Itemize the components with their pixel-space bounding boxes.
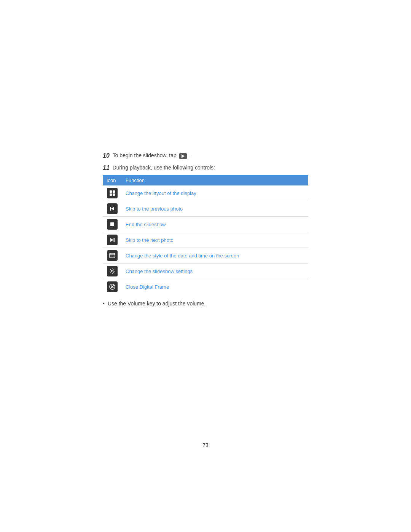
icon-cell-next	[103, 232, 122, 248]
svg-marker-7	[110, 238, 113, 242]
function-cell-prev: Skip to the previous photo	[122, 201, 308, 217]
step-10-number: 10	[103, 152, 110, 159]
icon-cell-settings	[103, 264, 122, 279]
step-10-text: To begin the slideshow, tap .	[113, 152, 191, 159]
icon-cell-close	[103, 279, 122, 295]
table-header-row: Icon Function	[103, 175, 308, 185]
table-row: Skip to the previous photo	[103, 201, 308, 217]
function-cell-stop: End the slideshow	[122, 217, 308, 232]
svg-rect-6	[110, 222, 114, 226]
icon-column-header: Icon	[103, 175, 122, 185]
function-cell-layout: Change the layout of the display	[122, 185, 308, 201]
icon-cell-datetime: 123	[103, 248, 122, 264]
svg-marker-5	[111, 207, 114, 211]
icon-cell-layout	[103, 185, 122, 201]
svg-rect-2	[110, 193, 112, 196]
function-cell-next: Skip to the next photo	[122, 232, 308, 248]
close-icon	[107, 281, 118, 292]
svg-rect-1	[113, 190, 115, 193]
table-row: Skip to the next photo	[103, 232, 308, 248]
function-cell-datetime: Change the style of the date and time on…	[122, 248, 308, 264]
table-body: Change the layout of the display	[103, 185, 308, 294]
content-area: 10 To begin the slideshow, tap . 11 Duri…	[103, 152, 308, 307]
function-cell-settings: Change the slideshow settings	[122, 264, 308, 279]
controls-table: Icon Function	[103, 175, 308, 294]
function-cell-close: Close Digital Frame	[122, 279, 308, 295]
datetime-icon: 123	[107, 250, 118, 261]
svg-rect-4	[110, 207, 111, 211]
svg-point-14	[112, 270, 113, 272]
step-11-text: During playback, use the following contr…	[113, 165, 215, 171]
table-row: Change the slideshow settings	[103, 264, 308, 279]
table-row: End the slideshow	[103, 217, 308, 232]
svg-rect-3	[113, 193, 115, 196]
page-container: 10 To begin the slideshow, tap . 11 Duri…	[0, 0, 411, 532]
table-row: Change the layout of the display	[103, 185, 308, 201]
svg-rect-0	[110, 190, 112, 193]
bullet-volume: Use the Volume key to adjust the volume.	[103, 300, 308, 307]
skip-prev-icon	[107, 203, 118, 214]
svg-text:123: 123	[110, 255, 114, 257]
skip-next-icon	[107, 235, 118, 245]
table-row: 123 Change the style of the date and tim…	[103, 248, 308, 264]
icon-cell-stop	[103, 217, 122, 232]
function-column-header: Function	[122, 175, 308, 185]
play-icon	[179, 153, 187, 159]
table-row: Close Digital Frame	[103, 279, 308, 295]
settings-icon	[107, 266, 118, 276]
svg-rect-8	[114, 238, 115, 242]
table-header: Icon Function	[103, 175, 308, 185]
step-10: 10 To begin the slideshow, tap .	[103, 152, 308, 159]
step-11-number: 11	[103, 165, 110, 171]
page-number: 73	[202, 442, 209, 448]
layout-icon	[107, 188, 118, 198]
stop-icon	[107, 219, 118, 230]
icon-cell-prev	[103, 201, 122, 217]
step-11: 11 During playback, use the following co…	[103, 165, 308, 171]
